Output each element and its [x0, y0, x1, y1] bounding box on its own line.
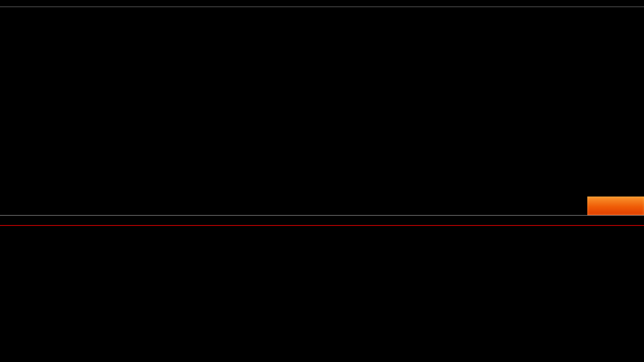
- top-panel-titlebar: [0, 0, 644, 7]
- chart-canvas[interactable]: [0, 0, 644, 362]
- ad-logo-box[interactable]: [587, 197, 644, 215]
- bottom-panel-titlebar: [0, 215, 644, 226]
- app-window: [0, 0, 644, 362]
